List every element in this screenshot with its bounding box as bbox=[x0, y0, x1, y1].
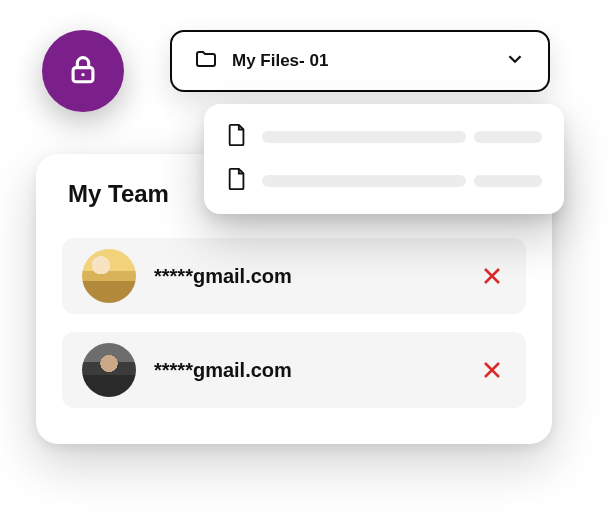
file-name-placeholder bbox=[262, 131, 542, 143]
chevron-down-icon bbox=[504, 48, 526, 74]
folder-select[interactable]: My Files- 01 bbox=[170, 30, 550, 92]
file-icon bbox=[226, 122, 248, 152]
close-icon bbox=[478, 276, 506, 293]
close-icon bbox=[478, 370, 506, 387]
remove-member-button[interactable] bbox=[478, 356, 506, 384]
remove-member-button[interactable] bbox=[478, 262, 506, 290]
team-member-row: *****gmail.com bbox=[62, 238, 526, 314]
file-list-item[interactable] bbox=[226, 166, 542, 196]
lock-badge bbox=[42, 30, 124, 112]
avatar bbox=[82, 249, 136, 303]
file-name-placeholder bbox=[262, 175, 542, 187]
lock-icon bbox=[66, 52, 100, 90]
avatar bbox=[82, 343, 136, 397]
file-list-popover bbox=[204, 104, 564, 214]
folder-icon bbox=[194, 47, 218, 75]
member-email: *****gmail.com bbox=[154, 359, 460, 382]
file-list-item[interactable] bbox=[226, 122, 542, 152]
member-email: *****gmail.com bbox=[154, 265, 460, 288]
svg-point-1 bbox=[81, 73, 84, 76]
folder-select-label: My Files- 01 bbox=[232, 51, 490, 71]
team-member-row: *****gmail.com bbox=[62, 332, 526, 408]
file-icon bbox=[226, 166, 248, 196]
